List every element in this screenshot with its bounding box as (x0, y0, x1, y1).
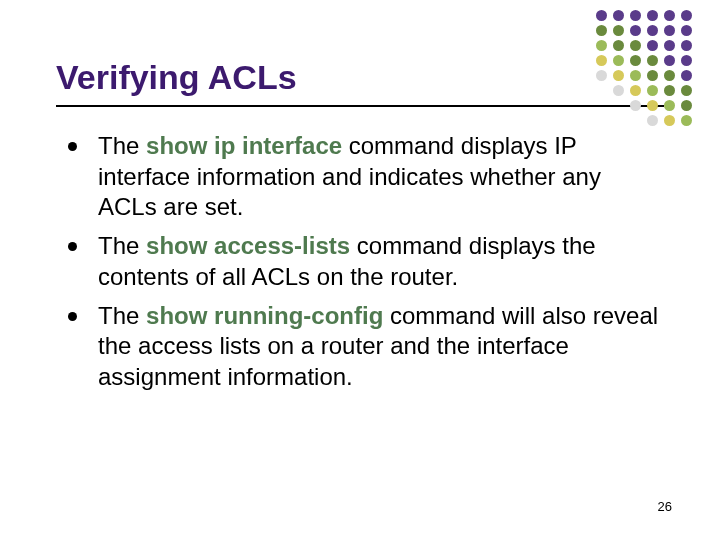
dot-icon (681, 85, 692, 96)
dot-icon (681, 115, 692, 126)
dot-icon (613, 40, 624, 51)
dot-icon (664, 100, 675, 111)
dot-icon (664, 55, 675, 66)
bullet-item: The show running-config command will als… (68, 301, 664, 393)
dot-icon (613, 25, 624, 36)
dot-icon (664, 70, 675, 81)
dot-icon (647, 85, 658, 96)
dot-icon (630, 25, 641, 36)
dot-icon (647, 115, 658, 126)
bullet-list: The show ip interface command displays I… (56, 131, 664, 393)
dot-icon (647, 25, 658, 36)
dot-icon (681, 70, 692, 81)
dot-icon (613, 10, 624, 21)
dot-row (590, 85, 692, 96)
slide-title: Verifying ACLs (56, 58, 664, 97)
dot-icon (596, 100, 607, 111)
dot-icon (596, 40, 607, 51)
dot-icon (596, 115, 607, 126)
dot-icon (613, 55, 624, 66)
slide: Verifying ACLs The show ip interface com… (0, 0, 720, 540)
dot-icon (613, 70, 624, 81)
dot-icon (681, 55, 692, 66)
title-underline (56, 105, 664, 107)
dot-icon (647, 55, 658, 66)
dot-icon (630, 55, 641, 66)
dot-icon (681, 100, 692, 111)
dot-row (590, 40, 692, 51)
dot-icon (681, 40, 692, 51)
dot-row (590, 70, 692, 81)
dot-icon (630, 100, 641, 111)
dot-icon (681, 10, 692, 21)
dot-icon (613, 115, 624, 126)
dot-icon (630, 10, 641, 21)
dot-row (590, 55, 692, 66)
decorative-dot-grid (590, 10, 692, 130)
bullet-text-pre: The (98, 232, 146, 259)
command-text: show access-lists (146, 232, 350, 259)
command-text: show running-config (146, 302, 383, 329)
dot-icon (630, 40, 641, 51)
dot-icon (647, 70, 658, 81)
dot-icon (613, 85, 624, 96)
dot-icon (613, 100, 624, 111)
dot-row (590, 10, 692, 21)
dot-icon (630, 70, 641, 81)
bullet-text-pre: The (98, 302, 146, 329)
command-text: show ip interface (146, 132, 342, 159)
bullet-text-pre: The (98, 132, 146, 159)
dot-row (590, 115, 692, 126)
dot-icon (664, 25, 675, 36)
dot-icon (647, 40, 658, 51)
dot-icon (664, 115, 675, 126)
dot-icon (596, 70, 607, 81)
dot-icon (596, 55, 607, 66)
dot-icon (664, 10, 675, 21)
dot-icon (664, 40, 675, 51)
dot-icon (681, 25, 692, 36)
bullet-item: The show ip interface command displays I… (68, 131, 664, 223)
dot-icon (630, 115, 641, 126)
dot-icon (647, 10, 658, 21)
dot-icon (647, 100, 658, 111)
dot-icon (630, 85, 641, 96)
dot-icon (596, 10, 607, 21)
bullet-item: The show access-lists command displays t… (68, 231, 664, 292)
dot-icon (596, 25, 607, 36)
dot-row (590, 25, 692, 36)
dot-icon (664, 85, 675, 96)
page-number: 26 (658, 499, 672, 514)
dot-icon (596, 85, 607, 96)
dot-row (590, 100, 692, 111)
